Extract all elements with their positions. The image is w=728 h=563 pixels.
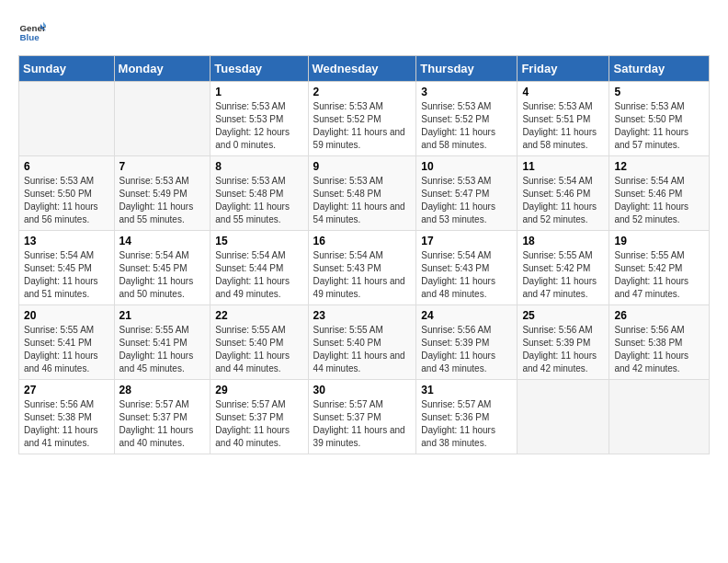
day-cell: 12 Sunrise: 5:54 AMSunset: 5:46 PMDaylig… (609, 156, 710, 231)
day-number: 20 (24, 309, 109, 322)
day-header-wednesday: Wednesday (308, 56, 416, 82)
day-number: 31 (421, 384, 512, 396)
day-number: 30 (313, 384, 412, 396)
day-info: Sunrise: 5:57 AMSunset: 5:37 PMDaylight:… (119, 398, 206, 450)
day-cell (114, 82, 210, 156)
day-cell: 15 Sunrise: 5:54 AMSunset: 5:44 PMDaylig… (210, 231, 308, 305)
day-number: 9 (313, 160, 412, 173)
day-number: 15 (215, 235, 302, 247)
day-cell: 26 Sunrise: 5:56 AMSunset: 5:38 PMDaylig… (609, 305, 710, 380)
day-cell: 11 Sunrise: 5:54 AMSunset: 5:46 PMDaylig… (518, 156, 609, 231)
day-number: 26 (614, 309, 704, 322)
day-number: 1 (215, 86, 302, 98)
day-cell: 22 Sunrise: 5:55 AMSunset: 5:40 PMDaylig… (210, 305, 308, 380)
day-cell: 20 Sunrise: 5:55 AMSunset: 5:41 PMDaylig… (19, 305, 115, 380)
day-cell: 5 Sunrise: 5:53 AMSunset: 5:50 PMDayligh… (609, 82, 710, 156)
day-number: 22 (215, 309, 302, 322)
day-info: Sunrise: 5:54 AMSunset: 5:46 PMDaylight:… (614, 175, 704, 226)
day-number: 28 (119, 384, 206, 396)
day-cell (19, 82, 115, 156)
day-info: Sunrise: 5:53 AMSunset: 5:50 PMDaylight:… (614, 100, 704, 152)
day-info: Sunrise: 5:55 AMSunset: 5:42 PMDaylight:… (522, 249, 604, 301)
week-row-2: 6 Sunrise: 5:53 AMSunset: 5:50 PMDayligh… (19, 156, 710, 231)
week-row-5: 27 Sunrise: 5:56 AMSunset: 5:38 PMDaylig… (19, 380, 710, 454)
day-cell: 18 Sunrise: 5:55 AMSunset: 5:42 PMDaylig… (518, 231, 609, 305)
week-row-1: 1 Sunrise: 5:53 AMSunset: 5:53 PMDayligh… (19, 82, 710, 156)
day-info: Sunrise: 5:53 AMSunset: 5:49 PMDaylight:… (119, 175, 206, 226)
day-cell: 10 Sunrise: 5:53 AMSunset: 5:47 PMDaylig… (416, 156, 518, 231)
day-number: 10 (421, 160, 512, 173)
day-cell: 6 Sunrise: 5:53 AMSunset: 5:50 PMDayligh… (19, 156, 115, 231)
day-info: Sunrise: 5:53 AMSunset: 5:52 PMDaylight:… (313, 100, 412, 152)
day-info: Sunrise: 5:53 AMSunset: 5:50 PMDaylight:… (24, 175, 109, 226)
day-cell: 1 Sunrise: 5:53 AMSunset: 5:53 PMDayligh… (210, 82, 308, 156)
week-row-4: 20 Sunrise: 5:55 AMSunset: 5:41 PMDaylig… (19, 305, 710, 380)
day-number: 3 (421, 86, 512, 98)
day-cell: 13 Sunrise: 5:54 AMSunset: 5:45 PMDaylig… (19, 231, 115, 305)
day-cell: 21 Sunrise: 5:55 AMSunset: 5:41 PMDaylig… (114, 305, 210, 380)
day-cell: 31 Sunrise: 5:57 AMSunset: 5:36 PMDaylig… (416, 380, 518, 454)
day-cell: 2 Sunrise: 5:53 AMSunset: 5:52 PMDayligh… (308, 82, 416, 156)
day-header-sunday: Sunday (19, 56, 115, 82)
day-number: 19 (614, 235, 704, 247)
day-cell: 14 Sunrise: 5:54 AMSunset: 5:45 PMDaylig… (114, 231, 210, 305)
days-header-row: SundayMondayTuesdayWednesdayThursdayFrid… (19, 56, 710, 82)
day-number: 21 (119, 309, 206, 322)
day-number: 24 (421, 309, 512, 322)
svg-text:Blue: Blue (20, 32, 40, 42)
day-cell: 19 Sunrise: 5:55 AMSunset: 5:42 PMDaylig… (609, 231, 710, 305)
logo: General Blue (18, 18, 46, 46)
day-info: Sunrise: 5:53 AMSunset: 5:48 PMDaylight:… (215, 175, 302, 226)
day-info: Sunrise: 5:53 AMSunset: 5:52 PMDaylight:… (421, 100, 512, 152)
day-info: Sunrise: 5:54 AMSunset: 5:44 PMDaylight:… (215, 249, 302, 301)
day-cell: 17 Sunrise: 5:54 AMSunset: 5:43 PMDaylig… (416, 231, 518, 305)
header: General Blue (18, 18, 710, 46)
day-header-thursday: Thursday (416, 56, 518, 82)
day-info: Sunrise: 5:57 AMSunset: 5:36 PMDaylight:… (421, 398, 512, 450)
logo-icon: General Blue (18, 18, 46, 46)
day-cell: 3 Sunrise: 5:53 AMSunset: 5:52 PMDayligh… (416, 82, 518, 156)
day-number: 8 (215, 160, 302, 173)
day-cell: 29 Sunrise: 5:57 AMSunset: 5:37 PMDaylig… (210, 380, 308, 454)
day-info: Sunrise: 5:54 AMSunset: 5:45 PMDaylight:… (24, 249, 109, 301)
day-info: Sunrise: 5:57 AMSunset: 5:37 PMDaylight:… (215, 398, 302, 450)
day-header-friday: Friday (518, 56, 609, 82)
day-number: 2 (313, 86, 412, 98)
day-info: Sunrise: 5:57 AMSunset: 5:37 PMDaylight:… (313, 398, 412, 450)
day-info: Sunrise: 5:53 AMSunset: 5:53 PMDaylight:… (215, 100, 302, 152)
day-number: 18 (522, 235, 604, 247)
day-number: 14 (119, 235, 206, 247)
day-cell: 25 Sunrise: 5:56 AMSunset: 5:39 PMDaylig… (518, 305, 609, 380)
day-number: 6 (24, 160, 109, 173)
day-info: Sunrise: 5:53 AMSunset: 5:48 PMDaylight:… (313, 175, 412, 226)
day-cell: 30 Sunrise: 5:57 AMSunset: 5:37 PMDaylig… (308, 380, 416, 454)
day-number: 7 (119, 160, 206, 173)
day-cell: 16 Sunrise: 5:54 AMSunset: 5:43 PMDaylig… (308, 231, 416, 305)
day-number: 4 (522, 86, 604, 98)
day-cell (518, 380, 609, 454)
day-info: Sunrise: 5:54 AMSunset: 5:43 PMDaylight:… (421, 249, 512, 301)
day-header-saturday: Saturday (609, 56, 710, 82)
day-cell: 8 Sunrise: 5:53 AMSunset: 5:48 PMDayligh… (210, 156, 308, 231)
day-cell: 9 Sunrise: 5:53 AMSunset: 5:48 PMDayligh… (308, 156, 416, 231)
day-cell: 28 Sunrise: 5:57 AMSunset: 5:37 PMDaylig… (114, 380, 210, 454)
day-info: Sunrise: 5:56 AMSunset: 5:39 PMDaylight:… (421, 324, 512, 375)
day-number: 12 (614, 160, 704, 173)
day-number: 23 (313, 309, 412, 322)
day-info: Sunrise: 5:53 AMSunset: 5:47 PMDaylight:… (421, 175, 512, 226)
day-info: Sunrise: 5:56 AMSunset: 5:39 PMDaylight:… (522, 324, 604, 375)
day-number: 27 (24, 384, 109, 396)
day-info: Sunrise: 5:55 AMSunset: 5:40 PMDaylight:… (313, 324, 412, 375)
calendar-table: SundayMondayTuesdayWednesdayThursdayFrid… (18, 55, 710, 454)
day-number: 16 (313, 235, 412, 247)
day-info: Sunrise: 5:55 AMSunset: 5:40 PMDaylight:… (215, 324, 302, 375)
day-info: Sunrise: 5:54 AMSunset: 5:46 PMDaylight:… (522, 175, 604, 226)
day-number: 5 (614, 86, 704, 98)
day-header-tuesday: Tuesday (210, 56, 308, 82)
day-info: Sunrise: 5:56 AMSunset: 5:38 PMDaylight:… (614, 324, 704, 375)
day-info: Sunrise: 5:54 AMSunset: 5:45 PMDaylight:… (119, 249, 206, 301)
day-cell: 24 Sunrise: 5:56 AMSunset: 5:39 PMDaylig… (416, 305, 518, 380)
day-number: 11 (522, 160, 604, 173)
day-number: 29 (215, 384, 302, 396)
day-header-monday: Monday (114, 56, 210, 82)
